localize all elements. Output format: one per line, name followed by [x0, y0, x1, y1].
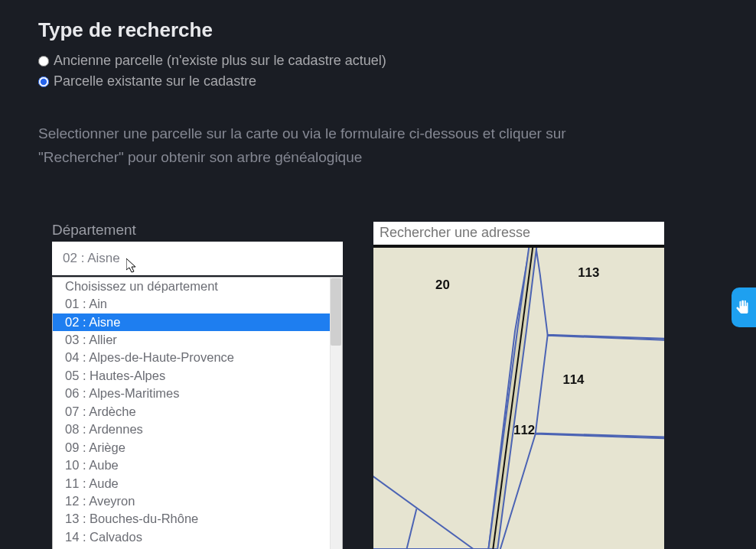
hand-icon — [735, 299, 752, 316]
dropdown-option[interactable]: 08 : Ardennes — [53, 421, 342, 438]
department-label: Département — [52, 222, 343, 239]
dropdown-option[interactable]: 10 : Aube — [53, 456, 342, 474]
parcel-label-20: 20 — [435, 278, 450, 292]
department-select[interactable] — [52, 242, 343, 275]
radio-current-parcel-label[interactable]: Parcelle existante sur le cadastre — [54, 73, 256, 89]
dropdown-option[interactable]: 02 : Aisne — [53, 313, 342, 331]
dropdown-option[interactable]: 12 : Aveyron — [53, 492, 342, 510]
dropdown-option[interactable]: 14 : Calvados — [53, 528, 342, 546]
dropdown-option[interactable]: 13 : Bouches-du-Rhône — [53, 510, 342, 528]
dropdown-option[interactable]: 09 : Ariège — [53, 439, 342, 456]
dropdown-option[interactable]: 04 : Alpes-de-Haute-Provence — [53, 349, 342, 366]
dropdown-option[interactable]: 03 : Allier — [53, 331, 342, 349]
cadastre-map[interactable]: 20 113 114 112 — [373, 245, 664, 549]
radio-old-parcel[interactable] — [38, 56, 49, 67]
department-dropdown[interactable]: Choisissez un département01 : Ain02 : Ai… — [52, 277, 343, 549]
side-panel-tab[interactable] — [732, 287, 756, 327]
dropdown-option[interactable]: 15 : Cantal — [53, 546, 342, 549]
parcel-label-114: 114 — [562, 372, 585, 387]
radio-old-parcel-label[interactable]: Ancienne parcelle (n'existe plus sur le … — [54, 53, 386, 69]
svg-marker-2 — [536, 248, 664, 339]
dropdown-option[interactable]: 07 : Ardèche — [53, 403, 342, 421]
dropdown-scrollbar[interactable] — [330, 278, 342, 549]
svg-marker-3 — [536, 336, 664, 437]
dropdown-option[interactable]: 05 : Hautes-Alpes — [53, 367, 342, 385]
parcel-label-112: 112 — [513, 422, 535, 437]
search-type-title: Type de recherche — [38, 18, 718, 42]
instructions-text: Selectionner une parcelle sur la carte o… — [38, 122, 612, 170]
parcel-label-113: 113 — [578, 265, 599, 279]
radio-current-parcel[interactable] — [38, 76, 49, 87]
dropdown-placeholder[interactable]: Choisissez un département — [53, 278, 342, 295]
dropdown-scrollbar-thumb[interactable] — [331, 278, 341, 346]
dropdown-option[interactable]: 11 : Aude — [53, 475, 342, 492]
dropdown-option[interactable]: 06 : Alpes-Maritimes — [53, 385, 342, 402]
address-search-input[interactable] — [373, 222, 664, 245]
dropdown-option[interactable]: 01 : Ain — [53, 295, 342, 313]
